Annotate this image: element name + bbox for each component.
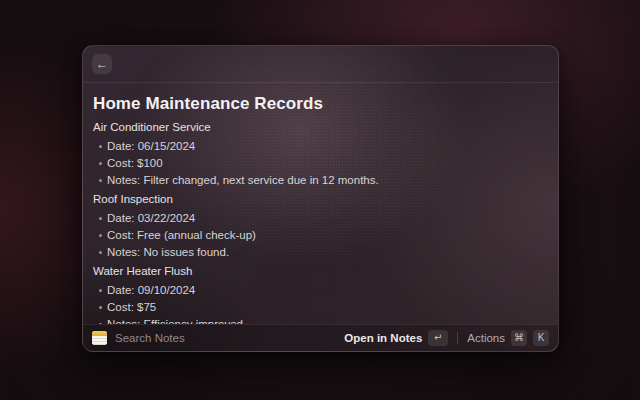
footer-actions: Open in Notes ↵ Actions ⌘ K bbox=[344, 330, 549, 346]
record-item-cost: Cost: $100 bbox=[93, 156, 546, 170]
record-item-date: Date: 09/10/2024 bbox=[93, 283, 546, 297]
open-in-notes-label: Open in Notes bbox=[344, 332, 422, 344]
back-arrow-icon: ← bbox=[96, 57, 108, 71]
extension-identity: Search Notes bbox=[92, 331, 185, 345]
actions-label: Actions bbox=[467, 332, 505, 344]
record-list: Date: 06/15/2024 Cost: $100 Notes: Filte… bbox=[93, 139, 546, 187]
action-bar: Search Notes Open in Notes ↵ Actions ⌘ K bbox=[83, 324, 558, 351]
notes-app-icon bbox=[92, 331, 107, 345]
k-key-badge: K bbox=[533, 330, 549, 346]
open-in-notes-button[interactable]: Open in Notes ↵ bbox=[344, 330, 448, 346]
record-item-notes: Notes: Filter changed, next service due … bbox=[93, 173, 546, 187]
back-button[interactable]: ← bbox=[92, 54, 112, 74]
page-title: Home Maintenance Records bbox=[93, 94, 546, 114]
record-item-cost: Cost: $75 bbox=[93, 300, 546, 314]
record-item-notes: Notes: No issues found. bbox=[93, 245, 546, 259]
actions-button[interactable]: Actions ⌘ K bbox=[467, 330, 549, 346]
extension-name: Search Notes bbox=[115, 332, 185, 344]
record-section-title: Water Heater Flush bbox=[93, 264, 546, 278]
footer-divider bbox=[457, 332, 458, 344]
window-header: ← bbox=[83, 46, 558, 83]
note-content: Home Maintenance Records Air Conditioner… bbox=[83, 83, 558, 324]
record-list: Date: 09/10/2024 Cost: $75 Notes: Effici… bbox=[93, 283, 546, 324]
return-key-icon: ↵ bbox=[428, 330, 448, 346]
record-item-date: Date: 06/15/2024 bbox=[93, 139, 546, 153]
record-section-title: Air Conditioner Service bbox=[93, 120, 546, 134]
record-list: Date: 03/22/2024 Cost: Free (annual chec… bbox=[93, 211, 546, 259]
command-key-icon: ⌘ bbox=[511, 330, 527, 346]
record-item-date: Date: 03/22/2024 bbox=[93, 211, 546, 225]
notes-detail-window: ← Home Maintenance Records Air Condition… bbox=[82, 45, 559, 352]
record-item-cost: Cost: Free (annual check-up) bbox=[93, 228, 546, 242]
record-section-title: Roof Inspection bbox=[93, 192, 546, 206]
record-item-notes: Notes: Efficiency improved. bbox=[93, 317, 546, 324]
